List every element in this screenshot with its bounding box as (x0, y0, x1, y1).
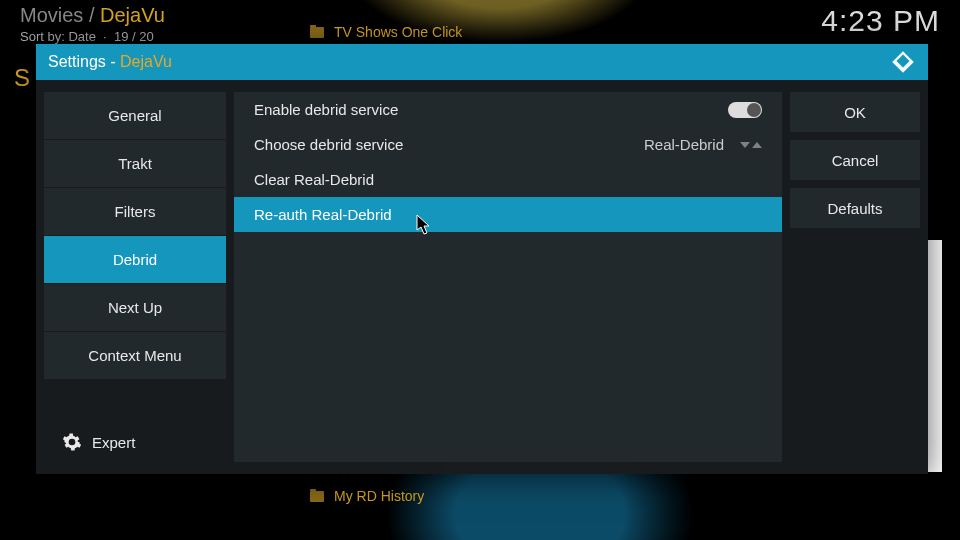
ok-button[interactable]: OK (790, 92, 920, 132)
row-clear-debrid[interactable]: Clear Real-Debrid (234, 162, 782, 197)
sidebar-item-context-menu[interactable]: Context Menu (44, 332, 226, 379)
bg-item-label: My RD History (334, 488, 424, 504)
breadcrumb-root: Movies (20, 4, 83, 26)
settings-level-toggle[interactable]: Expert (44, 422, 226, 462)
row-value: Real-Debrid (644, 136, 724, 153)
row-choose-debrid[interactable]: Choose debrid service Real-Debrid (234, 127, 782, 162)
breadcrumb: Movies / DejaVu (20, 4, 165, 27)
settings-level-label: Expert (92, 434, 135, 451)
folder-icon (310, 27, 324, 38)
dialog-body: General Trakt Filters Debrid Next Up Con… (36, 80, 928, 474)
kodi-logo-icon (890, 49, 916, 75)
row-label: Clear Real-Debrid (254, 171, 374, 188)
breadcrumb-leaf: DejaVu (100, 4, 165, 26)
row-label: Enable debrid service (254, 101, 398, 118)
toggle-icon (728, 102, 762, 118)
dialog-title-name: DejaVu (120, 53, 172, 70)
sidebar-item-filters[interactable]: Filters (44, 188, 226, 235)
scroll-letter: S (14, 64, 30, 92)
row-reauth-debrid[interactable]: Re-auth Real-Debrid (234, 197, 782, 232)
background-edge (928, 240, 942, 472)
settings-content: Enable debrid service Choose debrid serv… (234, 92, 782, 462)
chevron-up-icon (752, 142, 762, 148)
row-value-group: Real-Debrid (644, 136, 762, 153)
sort-label: Sort by: Date (20, 29, 96, 44)
gear-icon (62, 432, 82, 452)
dialog-title-prefix: Settings - (48, 53, 120, 70)
bg-list-item-bottom: My RD History (310, 488, 424, 504)
row-label: Re-auth Real-Debrid (254, 206, 392, 223)
defaults-button[interactable]: Defaults (790, 188, 920, 228)
sidebar-item-debrid[interactable]: Debrid (44, 236, 226, 283)
settings-dialog: Settings - DejaVu General Trakt Filters … (36, 44, 928, 474)
sort-count: 19 / 20 (114, 29, 154, 44)
cancel-button[interactable]: Cancel (790, 140, 920, 180)
select-chevrons-icon (740, 142, 762, 148)
breadcrumb-block: Movies / DejaVu Sort by: Date · 19 / 20 (20, 4, 165, 44)
sidebar-item-next-up[interactable]: Next Up (44, 284, 226, 331)
background-header: Movies / DejaVu Sort by: Date · 19 / 20 … (20, 4, 940, 44)
dialog-titlebar: Settings - DejaVu (36, 44, 928, 80)
bg-list-item-top: TV Shows One Click (310, 24, 462, 40)
sidebar-item-trakt[interactable]: Trakt (44, 140, 226, 187)
sidebar-spacer (44, 380, 226, 422)
dialog-buttons: OK Cancel Defaults (790, 92, 920, 462)
sidebar-item-general[interactable]: General (44, 92, 226, 139)
row-label: Choose debrid service (254, 136, 403, 153)
sort-info: Sort by: Date · 19 / 20 (20, 29, 165, 44)
row-enable-debrid[interactable]: Enable debrid service (234, 92, 782, 127)
breadcrumb-sep: / (83, 4, 100, 26)
dialog-sidebar: General Trakt Filters Debrid Next Up Con… (44, 92, 226, 462)
folder-icon (310, 491, 324, 502)
dialog-title: Settings - DejaVu (48, 53, 172, 71)
clock: 4:23 PM (821, 4, 940, 38)
chevron-down-icon (740, 142, 750, 148)
bg-item-label: TV Shows One Click (334, 24, 462, 40)
